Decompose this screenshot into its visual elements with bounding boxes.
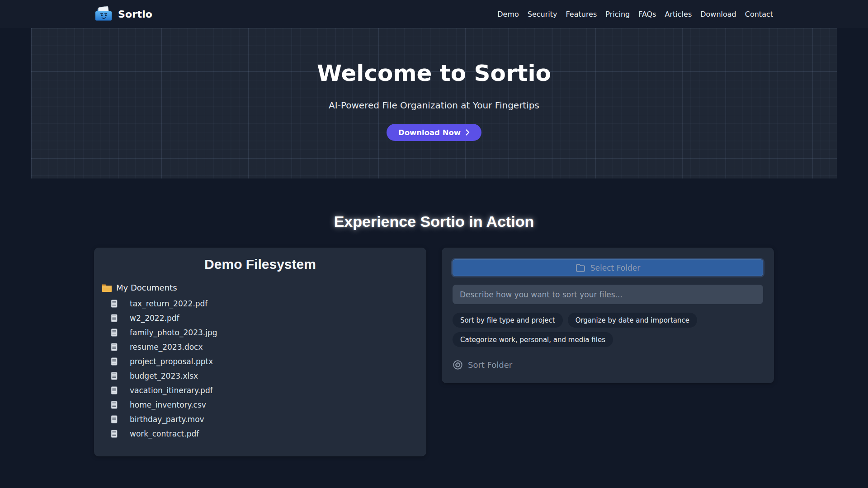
sort-folder-label: Sort Folder: [468, 360, 512, 370]
file-icon: [111, 328, 118, 337]
file-icon: [111, 357, 118, 366]
file-row: family_photo_2023.jpg: [102, 325, 426, 340]
suggestion-chip[interactable]: Organize by date and importance: [568, 313, 697, 328]
root-folder-label: My Documents: [116, 283, 177, 292]
folder-outline-icon: [576, 263, 585, 272]
file-icon: [111, 372, 118, 380]
sort-description-input[interactable]: [453, 285, 763, 304]
nav-link[interactable]: Features: [566, 10, 597, 19]
suggestion-chip[interactable]: Sort by file type and project: [453, 313, 563, 328]
file-row: work_contract.pdf: [102, 427, 426, 441]
file-name: resume_2023.docx: [130, 343, 203, 352]
nav-link[interactable]: FAQs: [638, 10, 656, 19]
file-tree: My Documents: [102, 281, 426, 441]
file-name: budget_2023.xlsx: [130, 371, 198, 380]
select-folder-button[interactable]: Select Folder: [453, 259, 763, 276]
nav-link[interactable]: Download: [700, 10, 736, 19]
file-icon: [111, 343, 118, 351]
nav-link[interactable]: Articles: [665, 10, 692, 19]
brand-name: Sortio: [118, 9, 152, 20]
file-name: vacation_itinerary.pdf: [130, 386, 213, 395]
download-now-button[interactable]: Download Now: [387, 124, 481, 141]
file-icon: [111, 386, 118, 394]
download-now-label: Download Now: [398, 128, 461, 137]
file-icon: [111, 430, 118, 438]
nav-link[interactable]: Pricing: [605, 10, 630, 19]
sorter-card: Select Folder Sort by file type and proj…: [442, 248, 774, 383]
file-icon: [111, 300, 118, 308]
nav-link[interactable]: Security: [528, 10, 557, 19]
file-list: tax_return_2022.pdf: [102, 296, 426, 441]
file-row: budget_2023.xlsx: [102, 369, 426, 383]
file-row: tax_return_2022.pdf: [102, 296, 426, 311]
filesystem-title: Demo Filesystem: [94, 257, 426, 272]
brand[interactable]: Sortio: [95, 6, 152, 22]
hero-title: Welcome to Sortio: [317, 60, 551, 87]
folder-icon: [102, 283, 112, 292]
demo-section-heading: Experience Sortio in Action: [0, 213, 868, 230]
file-name: home_inventory.csv: [130, 400, 206, 409]
nav-links: Demo Security Features Pricing FAQs Arti…: [497, 10, 773, 19]
hero-grid-panel: Welcome to Sortio AI-Powered File Organi…: [31, 28, 837, 178]
file-icon: [111, 401, 118, 409]
suggestion-chips: Sort by file type and project Organize b…: [453, 313, 763, 347]
file-name: project_proposal.pptx: [130, 357, 213, 366]
sort-folder-button[interactable]: Sort Folder: [453, 360, 512, 370]
file-icon: [111, 314, 118, 322]
nav-link[interactable]: Contact: [745, 10, 773, 19]
file-row: vacation_itinerary.pdf: [102, 383, 426, 398]
file-icon: [111, 415, 118, 423]
file-row: w2_2022.pdf: [102, 311, 426, 325]
file-row: home_inventory.csv: [102, 398, 426, 412]
hero-section: Welcome to Sortio AI-Powered File Organi…: [0, 28, 868, 178]
root-folder-row: My Documents: [102, 281, 426, 294]
file-name: tax_return_2022.pdf: [130, 299, 208, 308]
file-name: w2_2022.pdf: [130, 314, 179, 323]
sortio-logo-icon: [95, 6, 112, 22]
file-name: family_photo_2023.jpg: [130, 328, 217, 337]
demo-filesystem-card: Demo Filesystem My Documents: [94, 248, 426, 456]
file-row: project_proposal.pptx: [102, 354, 426, 369]
nav-link[interactable]: Demo: [497, 10, 519, 19]
demo-section: Experience Sortio in Action Demo Filesys…: [0, 213, 868, 456]
select-folder-label: Select Folder: [590, 263, 640, 272]
chevron-right-icon: [466, 129, 470, 136]
file-name: birthday_party.mov: [130, 415, 204, 424]
file-row: birthday_party.mov: [102, 412, 426, 427]
target-icon: [453, 360, 463, 370]
top-navbar: Sortio Demo Security Features Pricing FA…: [0, 0, 868, 28]
file-name: work_contract.pdf: [130, 429, 199, 438]
file-row: resume_2023.docx: [102, 340, 426, 354]
hero-subtitle: AI-Powered File Organization at Your Fin…: [329, 99, 539, 112]
suggestion-chip[interactable]: Categorize work, personal, and media fil…: [453, 332, 613, 347]
